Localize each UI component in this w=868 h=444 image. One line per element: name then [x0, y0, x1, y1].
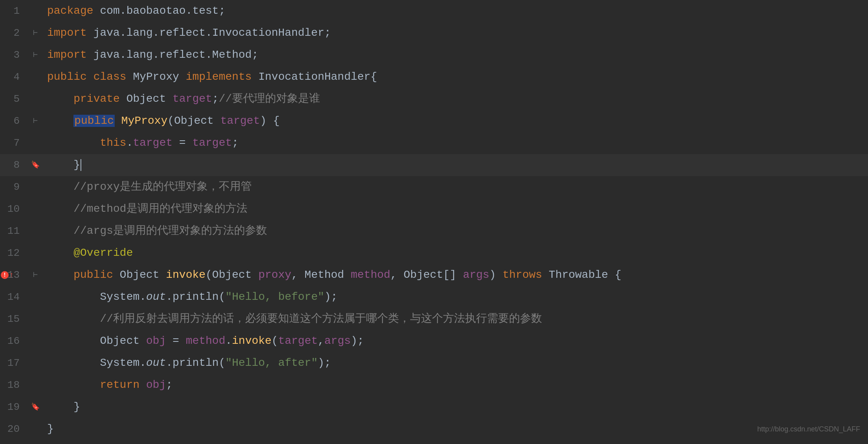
fold-icon-2[interactable]: ⊢ — [33, 22, 38, 44]
line-content-2: import java.lang.reflect.InvocationHandl… — [43, 22, 868, 44]
gutter-13[interactable]: ⊢ — [27, 264, 43, 286]
bookmark-icon-8: 🔖 — [31, 154, 40, 176]
gutter-8: 🔖 — [27, 154, 43, 176]
line-content-19: } — [43, 396, 868, 418]
code-line-17: 17 System.out.println("Hello, after"); — [0, 352, 868, 374]
line-number-13: ! ↑ 13 — [0, 264, 27, 286]
line-content-17: System.out.println("Hello, after"); — [43, 352, 868, 374]
line-number-19: 19 — [0, 396, 27, 418]
fold-icon-3[interactable]: ⊢ — [33, 44, 38, 66]
line-content-6: public MyProxy(Object target) { — [43, 110, 868, 132]
code-line-16: 16 Object obj = method.invoke(target,arg… — [0, 330, 868, 352]
code-line-6: 6 ⊢ public MyProxy(Object target) { — [0, 110, 868, 132]
line-content-1: package com.baobaotao.test; — [43, 0, 868, 22]
line-number-12: 12 — [0, 242, 27, 264]
line-number-3: 3 — [0, 44, 27, 66]
code-line-15: 15 //利用反射去调用方法的话，必须要知道这个方法属于哪个类，与这个方法执行需… — [0, 308, 868, 330]
fold-icon-6[interactable]: ⊢ — [33, 110, 38, 132]
line-content-15: //利用反射去调用方法的话，必须要知道这个方法属于哪个类，与这个方法执行需要的参… — [43, 308, 868, 330]
line-content-12: @Override — [43, 242, 868, 264]
bookmark-icon-19: 🔖 — [31, 396, 40, 418]
line-number-7: 7 — [0, 132, 27, 154]
code-line-10: 10 //method是调用的代理对象的方法 — [0, 198, 868, 220]
line-number-18: 18 — [0, 374, 27, 396]
code-line-19: 19 🔖 } — [0, 396, 868, 418]
line-content-8: } — [43, 154, 868, 176]
line-number-14: 14 — [0, 286, 27, 308]
line-content-18: return obj; — [43, 374, 868, 396]
code-line-14: 14 System.out.println("Hello, before"); — [0, 286, 868, 308]
fold-icon-13[interactable]: ⊢ — [33, 264, 38, 286]
line-content-10: //method是调用的代理对象的方法 — [43, 198, 868, 220]
line-number-11: 11 — [0, 220, 27, 242]
line-number-6: 6 — [0, 110, 27, 132]
code-line-4: 4 public class MyProxy implements Invoca… — [0, 66, 868, 88]
code-line-2: 2 ⊢ import java.lang.reflect.InvocationH… — [0, 22, 868, 44]
line-content-3: import java.lang.reflect.Method; — [43, 44, 868, 66]
line-number-9: 9 — [0, 176, 27, 198]
code-line-11: 11 //args是调用的代理对象的方法的参数 — [0, 220, 868, 242]
line-content-7: this.target = target; — [43, 132, 868, 154]
code-line-8: 8 🔖 } — [0, 154, 868, 176]
code-line-5: 5 private Object target;//要代理的对象是谁 — [0, 88, 868, 110]
line-number-1: 1 — [0, 0, 27, 22]
line-content-16: Object obj = method.invoke(target,args); — [43, 330, 868, 352]
gutter-2[interactable]: ⊢ — [27, 22, 43, 44]
line-content-4: public class MyProxy implements Invocati… — [43, 66, 868, 88]
gutter-6[interactable]: ⊢ — [27, 110, 43, 132]
line-number-4: 4 — [0, 66, 27, 88]
line-number-17: 17 — [0, 352, 27, 374]
up-arrow-13: ↑ — [9, 264, 14, 286]
code-line-7: 7 this.target = target; — [0, 132, 868, 154]
line-number-8: 8 — [0, 154, 27, 176]
line-number-20: 20 — [0, 418, 27, 440]
line-content-20: } — [43, 418, 868, 440]
line-number-10: 10 — [0, 198, 27, 220]
line-content-9: //proxy是生成的代理对象，不用管 — [43, 176, 868, 198]
code-line-12: 12 @Override — [0, 242, 868, 264]
line-number-16: 16 — [0, 330, 27, 352]
line-number-2: 2 — [0, 22, 27, 44]
gutter-19: 🔖 — [27, 396, 43, 418]
warning-badge-13: ! — [1, 271, 9, 279]
code-line-20: 20 } — [0, 418, 868, 440]
gutter-3[interactable]: ⊢ — [27, 44, 43, 66]
line-number-5: 5 — [0, 88, 27, 110]
code-line-3: 3 ⊢ import java.lang.reflect.Method; — [0, 44, 868, 66]
code-line-13: ! ↑ 13 ⊢ public Object invoke(Object pro… — [0, 264, 868, 286]
line-content-14: System.out.println("Hello, before"); — [43, 286, 868, 308]
code-editor: 1 package com.baobaotao.test; 2 ⊢ import… — [0, 0, 868, 444]
line-number-15: 15 — [0, 308, 27, 330]
watermark: http://blog.csdn.net/CSDN_LAFF — [757, 418, 860, 440]
line-content-11: //args是调用的代理对象的方法的参数 — [43, 220, 868, 242]
code-line-1: 1 package com.baobaotao.test; — [0, 0, 868, 22]
line-content-13: public Object invoke(Object proxy, Metho… — [43, 264, 868, 286]
line-content-5: private Object target;//要代理的对象是谁 — [43, 88, 868, 110]
code-line-18: 18 return obj; — [0, 374, 868, 396]
code-line-9: 9 //proxy是生成的代理对象，不用管 — [0, 176, 868, 198]
